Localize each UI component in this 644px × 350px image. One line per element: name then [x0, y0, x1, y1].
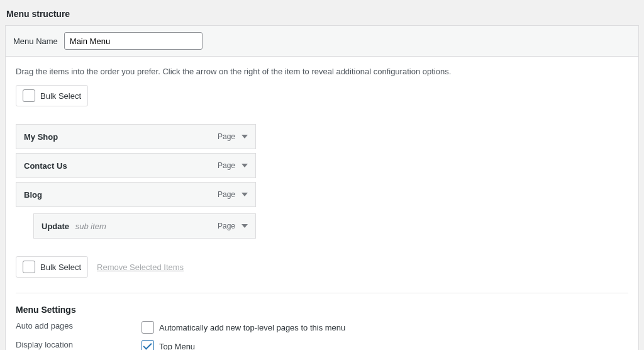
menu-name-label: Menu Name — [13, 37, 58, 46]
settings-title: Menu Settings — [16, 305, 628, 315]
auto-add-label: Auto add pages — [16, 321, 142, 330]
instructions-text: Drag the items into the order you prefer… — [16, 67, 628, 76]
settings-row-display-location: Display location Top Menu Social Links M… — [16, 340, 628, 350]
page-title: Menu structure — [6, 9, 638, 19]
chevron-down-icon[interactable] — [242, 224, 248, 228]
auto-add-option-label: Automatically add new top-level pages to… — [159, 323, 345, 332]
bulk-row-bottom: Bulk Select Remove Selected Items — [16, 256, 628, 278]
menu-item-label: Contact Us — [24, 161, 67, 171]
menu-panel: Menu Name Drag the items into the order … — [5, 25, 639, 350]
menu-item-label: Blog — [24, 190, 42, 200]
bulk-select-bottom[interactable]: Bulk Select — [16, 256, 88, 278]
bulk-select-top[interactable]: Bulk Select — [16, 85, 88, 106]
menu-name-bar: Menu Name — [6, 26, 638, 57]
menu-item[interactable]: Contact Us Page — [16, 153, 256, 178]
auto-add-checkbox[interactable] — [142, 321, 154, 334]
chevron-down-icon[interactable] — [242, 193, 248, 196]
top-menu-checkbox[interactable] — [142, 340, 154, 350]
menu-items-list: My Shop Page Contact Us Page Blog Page — [16, 124, 256, 239]
menu-item-label: My Shop — [24, 132, 58, 142]
sub-item-note: sub item — [75, 222, 106, 231]
display-location-label: Display location — [16, 340, 142, 349]
menu-item-type: Page — [218, 190, 235, 199]
chevron-down-icon[interactable] — [242, 135, 248, 138]
chevron-down-icon[interactable] — [242, 164, 248, 167]
remove-selected-link[interactable]: Remove Selected Items — [97, 262, 184, 272]
bulk-select-label: Bulk Select — [40, 262, 81, 272]
menu-item[interactable]: Update sub item Page — [33, 213, 256, 239]
divider — [16, 293, 628, 293]
menu-item-type: Page — [218, 161, 235, 170]
menu-item[interactable]: Blog Page — [16, 182, 256, 207]
menu-name-input[interactable] — [64, 32, 203, 50]
menu-item-type: Page — [218, 222, 235, 230]
settings-row-auto-add: Auto add pages Automatically add new top… — [16, 321, 628, 334]
bulk-select-checkbox[interactable] — [23, 89, 35, 102]
top-menu-option-label: Top Menu — [159, 342, 195, 351]
menu-item-type: Page — [218, 132, 235, 141]
menu-item[interactable]: My Shop Page — [16, 124, 256, 149]
menu-item-label: Update sub item — [42, 222, 106, 231]
content-area: Drag the items into the order you prefer… — [6, 57, 638, 350]
bulk-select-checkbox[interactable] — [23, 261, 35, 273]
bulk-select-label: Bulk Select — [40, 91, 81, 101]
